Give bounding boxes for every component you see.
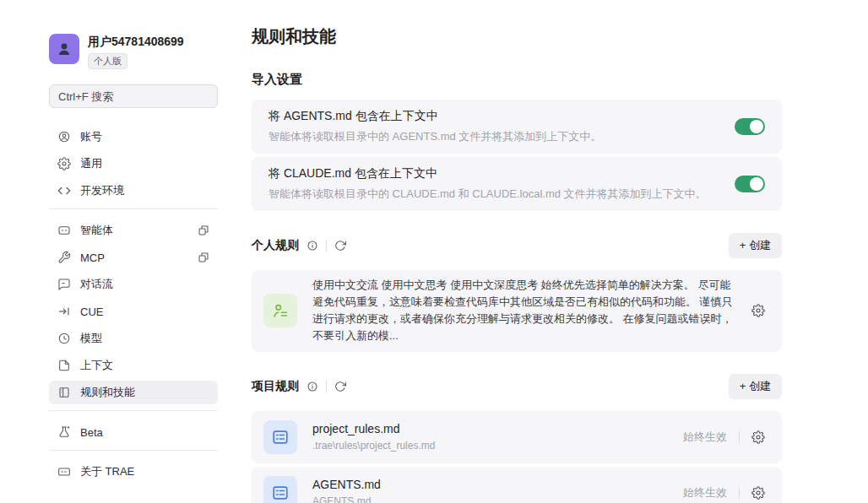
settings-window: 用户54781408699 个人版 账号 通用 (0, 0, 868, 503)
sidebar-item-label: 模型 (80, 331, 102, 346)
sidebar-item-dev-env[interactable]: 开发环境 (49, 179, 218, 203)
rule-settings-icon[interactable] (751, 486, 765, 500)
sidebar: 用户54781408699 个人版 账号 通用 (49, 34, 218, 487)
main-content: 规则和技能 导入设置 将 AGENTS.md 包含在上下文中 智能体将读取根目录… (252, 25, 782, 503)
personal-rules-header: 个人规则 + 创建 (252, 233, 782, 258)
rule-status-label: 始终生效 (683, 485, 727, 500)
sidebar-item-label: 关于 TRAE (80, 464, 134, 479)
action-divider (739, 431, 740, 443)
rule-settings-icon[interactable] (751, 430, 765, 444)
agents-md-toggle[interactable] (735, 118, 765, 135)
sidebar-item-context[interactable]: 上下文 (49, 354, 218, 377)
code-icon (57, 184, 71, 197)
personal-rule-content: 使用中文交流 使用中文思考 使用中文深度思考 始终优先选择简单的解决方案。 尽可… (312, 277, 735, 345)
rule-file-icon (263, 420, 297, 454)
sidebar-divider (49, 410, 218, 411)
gear-icon (57, 157, 71, 170)
sidebar-item-label: CUE (80, 306, 103, 318)
sidebar-item-beta[interactable]: Beta (49, 420, 218, 444)
model-icon (57, 332, 71, 345)
rule-file-path: .trae\rules\project_rules.md (312, 440, 435, 452)
rule-file-icon (263, 476, 297, 503)
sidebar-item-label: 智能体 (80, 223, 113, 238)
action-divider (739, 487, 740, 499)
rules-panel-icon (57, 386, 71, 399)
sidebar-nav: 账号 通用 开发环境 智能体 (49, 125, 218, 484)
claude-md-toggle[interactable] (735, 176, 765, 192)
open-external-icon[interactable] (198, 252, 209, 263)
sidebar-item-account[interactable]: 账号 (49, 125, 218, 149)
import-settings-title: 导入设置 (252, 72, 782, 88)
import-card-description: 智能体将读取根目录中的 CLAUDE.md 和 CLAUDE.local.md … (269, 187, 721, 202)
wrench-icon (57, 251, 71, 264)
sidebar-item-label: 上下文 (80, 358, 113, 373)
info-icon[interactable] (307, 381, 318, 392)
project-rules-header: 项目规则 + 创建 (252, 374, 782, 399)
import-card-agents-md: 将 AGENTS.md 包含在上下文中 智能体将读取根目录中的 AGENTS.m… (252, 100, 782, 154)
sidebar-item-label: Beta (80, 426, 103, 439)
sidebar-item-label: MCP (80, 252, 105, 264)
robot-icon (57, 224, 71, 237)
rule-file-meta: project_rules.md .trae\rules\project_rul… (312, 422, 435, 452)
sidebar-item-rules[interactable]: 规则和技能 (49, 381, 218, 404)
chat-bubble-icon (57, 278, 71, 291)
refresh-icon[interactable] (334, 381, 346, 392)
create-personal-rule-button[interactable]: + 创建 (729, 233, 782, 258)
rule-file-actions: 始终生效 (683, 430, 765, 445)
user-meta: 用户54781408699 个人版 (88, 34, 184, 69)
import-card-title: 将 AGENTS.md 包含在上下文中 (269, 109, 721, 124)
create-project-rule-button[interactable]: + 创建 (729, 374, 782, 399)
header-divider (326, 381, 327, 392)
refresh-icon[interactable] (334, 240, 346, 252)
project-rules-title: 项目规则 (252, 379, 299, 394)
sidebar-divider (49, 450, 218, 451)
import-card-text: 将 CLAUDE.md 包含在上下文中 智能体将读取根目录中的 CLAUDE.m… (269, 166, 721, 202)
info-icon[interactable] (307, 240, 318, 252)
personal-rule-settings-icon[interactable] (751, 304, 765, 317)
search-input[interactable] (49, 84, 218, 108)
sidebar-item-models[interactable]: 模型 (49, 327, 218, 350)
sidebar-item-label: 对话流 (80, 277, 113, 292)
toggle-knob (750, 120, 763, 133)
personal-rule-card[interactable]: 使用中文交流 使用中文思考 使用中文深度思考 始终优先选择简单的解决方案。 尽可… (252, 270, 782, 352)
personal-rules-title: 个人规则 (252, 238, 299, 253)
user-name: 用户54781408699 (88, 35, 184, 50)
user-rules-icon (263, 294, 297, 327)
sidebar-item-about[interactable]: 关于 TRAE (49, 460, 218, 484)
toggle-knob (750, 177, 763, 191)
header-divider (326, 240, 327, 252)
cue-arrow-icon (57, 305, 71, 318)
rule-file-name: project_rules.md (312, 422, 435, 435)
sidebar-item-cue[interactable]: CUE (49, 300, 218, 323)
sidebar-item-label: 开发环境 (80, 183, 124, 198)
rule-file-actions: 始终生效 (683, 485, 765, 500)
import-card-text: 将 AGENTS.md 包含在上下文中 智能体将读取根目录中的 AGENTS.m… (269, 109, 721, 144)
page-title: 规则和技能 (252, 25, 782, 48)
sidebar-item-chatflow[interactable]: 对话流 (49, 273, 218, 296)
sidebar-item-mcp[interactable]: MCP (49, 246, 218, 269)
sidebar-divider (49, 208, 218, 209)
rule-file-path: AGENTS.md (312, 495, 381, 503)
trae-logo-icon (57, 465, 71, 479)
sidebar-item-general[interactable]: 通用 (49, 152, 218, 176)
flask-icon (57, 425, 71, 439)
rule-file-meta: AGENTS.md AGENTS.md (312, 478, 381, 503)
open-external-icon[interactable] (198, 224, 209, 236)
plan-badge: 个人版 (88, 53, 127, 69)
avatar (49, 34, 79, 64)
sidebar-item-agents[interactable]: 智能体 (49, 219, 218, 242)
sidebar-item-label: 规则和技能 (80, 385, 135, 400)
import-card-title: 将 CLAUDE.md 包含在上下文中 (269, 166, 721, 181)
project-rule-row[interactable]: project_rules.md .trae\rules\project_rul… (252, 411, 782, 463)
rule-status-label: 始终生效 (683, 430, 727, 445)
rule-file-name: AGENTS.md (312, 478, 381, 491)
sidebar-item-label: 账号 (80, 129, 102, 144)
user-profile[interactable]: 用户54781408699 个人版 (49, 34, 218, 69)
import-card-description: 智能体将读取根目录中的 AGENTS.md 文件并将其添加到上下文中。 (269, 129, 721, 144)
sidebar-item-label: 通用 (80, 156, 102, 171)
user-circle-icon (57, 130, 71, 143)
import-card-claude-md: 将 CLAUDE.md 包含在上下文中 智能体将读取根目录中的 CLAUDE.m… (252, 157, 782, 211)
context-file-icon (57, 359, 71, 372)
project-rule-row[interactable]: AGENTS.md AGENTS.md 始终生效 (252, 467, 782, 503)
